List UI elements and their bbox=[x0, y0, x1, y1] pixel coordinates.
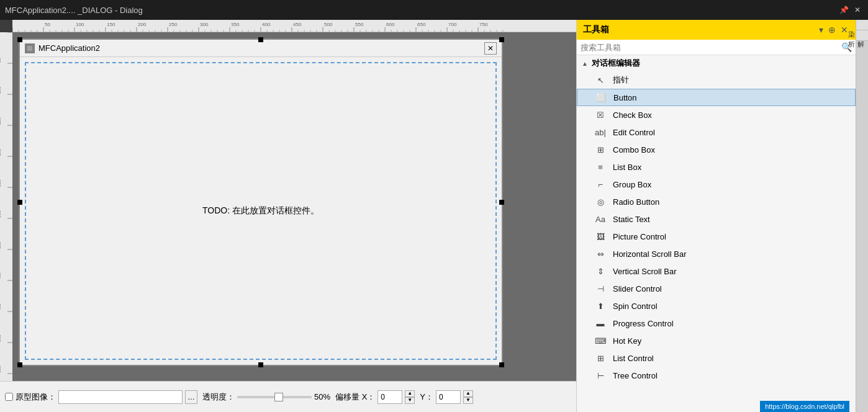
svg-text:200: 200 bbox=[138, 22, 147, 27]
editor-area: 5010015020025030035040045050055060065070… bbox=[0, 20, 576, 381]
prototype-browse-btn[interactable]: … bbox=[185, 390, 197, 404]
svg-text:350: 350 bbox=[231, 22, 240, 27]
toolbox-list[interactable]: ▲ 对话框编辑器 ↖指针⬜Button☒Check Boxab|Edit Con… bbox=[577, 55, 856, 412]
prototype-label: 原型图像： bbox=[16, 392, 56, 403]
toolbox-item-picture-control[interactable]: 🖼Picture Control bbox=[577, 228, 856, 245]
toolbox-category-header[interactable]: ▲ 对话框编辑器 bbox=[577, 55, 856, 71]
toolbox-panel: 工具箱 ▾ ⊕ ✕ 🔍 ▲ 对话框编辑器 ↖指针⬜Button☒Check Bo… bbox=[576, 20, 856, 412]
transparency-slider[interactable] bbox=[237, 396, 312, 398]
handle-tc[interactable] bbox=[258, 37, 263, 42]
toolbox-dropdown-btn[interactable]: ▾ bbox=[818, 25, 825, 35]
transparency-value: 50% bbox=[314, 392, 330, 401]
svg-text:500: 500 bbox=[324, 22, 333, 27]
toolbox-item-hot-key[interactable]: ⌨Hot Key bbox=[577, 332, 856, 349]
svg-text:300: 300 bbox=[0, 210, 1, 218]
handle-bc[interactable] bbox=[258, 362, 263, 367]
toolbox-search-bar: 🔍 bbox=[577, 40, 856, 55]
svg-text:550: 550 bbox=[0, 365, 1, 373]
toolbox-item-horizontal-scroll[interactable]: ⇔Horizontal Scroll Bar bbox=[577, 245, 856, 262]
handle-tr[interactable] bbox=[499, 37, 504, 42]
offset-y-input[interactable] bbox=[436, 390, 461, 404]
toolbox-item-combo-box[interactable]: ⊞Combo Box bbox=[577, 141, 856, 158]
app-icon-svg bbox=[26, 45, 34, 52]
prototype-image-group: 原型图像： … bbox=[5, 390, 197, 404]
mfc-dialog-title-bar[interactable]: MFCApplication2 ✕ bbox=[20, 40, 502, 57]
offset-y-spinner: ▲ ▼ bbox=[463, 390, 473, 404]
offset-y-group: Y： ▲ ▼ bbox=[420, 390, 473, 404]
offset-x-input[interactable] bbox=[377, 390, 402, 404]
toolbox-item-button[interactable]: ⬜Button bbox=[577, 89, 856, 106]
title-bar-actions: 📌 ✕ bbox=[838, 4, 863, 16]
toolbox-item-label-combo-box: Combo Box bbox=[613, 145, 655, 154]
svg-text:250: 250 bbox=[0, 179, 1, 187]
svg-text:450: 450 bbox=[293, 22, 302, 27]
toolbox-item-icon-tree-control: ⊢ bbox=[594, 369, 607, 382]
toolbox-item-static-text[interactable]: AaStatic Text bbox=[577, 210, 856, 228]
svg-text:400: 400 bbox=[0, 272, 1, 280]
offset-x-down[interactable]: ▼ bbox=[405, 397, 415, 404]
mfc-dialog-content[interactable]: TODO: 在此放置对话框控件。 bbox=[25, 62, 497, 360]
toolbox-item-label-group-box: Group Box bbox=[613, 180, 651, 189]
pin-button[interactable]: 📌 bbox=[838, 4, 849, 16]
dialog-container[interactable]: MFCApplication2 ✕ TODO: 在此放置对话框控件。 bbox=[12, 32, 576, 381]
toolbox-item-label-radio-button: Radio Button bbox=[613, 197, 659, 207]
toolbox-item-icon-checkbox: ☒ bbox=[594, 109, 607, 121]
svg-text:100: 100 bbox=[76, 22, 84, 27]
offset-x-up[interactable]: ▲ bbox=[405, 390, 415, 397]
toolbox-item-pointer[interactable]: ↖指针 bbox=[577, 71, 856, 89]
right-tab-1[interactable]: 解析 bbox=[856, 30, 868, 41]
svg-text:500: 500 bbox=[0, 334, 1, 342]
ruler-svg: 5010015020025030035040045050055060065070… bbox=[12, 20, 576, 32]
mfc-dialog-close-btn[interactable]: ✕ bbox=[484, 42, 497, 55]
search-button[interactable]: 🔍 bbox=[841, 42, 852, 52]
svg-text:50: 50 bbox=[0, 58, 1, 63]
toolbox-pin-btn[interactable]: ⊕ bbox=[827, 25, 837, 35]
main-content: 5010015020025030035040045050055060065070… bbox=[0, 20, 868, 412]
toolbox-item-icon-group-box: ⌐ bbox=[594, 178, 607, 190]
offset-y-down[interactable]: ▼ bbox=[463, 397, 473, 404]
handle-ml[interactable] bbox=[17, 200, 22, 205]
toolbox-item-label-spin-control: Spin Control bbox=[613, 302, 658, 311]
svg-text:750: 750 bbox=[479, 22, 488, 27]
toolbox-search-input[interactable] bbox=[581, 43, 839, 52]
offset-x-group: 偏移量 X： ▲ ▼ bbox=[335, 390, 415, 404]
toolbox-item-checkbox[interactable]: ☒Check Box bbox=[577, 106, 856, 123]
toolbox-item-list-box[interactable]: ≡List Box bbox=[577, 158, 856, 176]
toolbox-item-list-control[interactable]: ⊞List Control bbox=[577, 349, 856, 367]
offset-x-spinner: ▲ ▼ bbox=[405, 390, 415, 404]
toolbox-item-spin-control[interactable]: ⬆Spin Control bbox=[577, 297, 856, 315]
transparency-label: 透明度： bbox=[202, 392, 235, 403]
toolbox-item-label-list-control: List Control bbox=[613, 354, 654, 363]
toolbox-item-group-box[interactable]: ⌐Group Box bbox=[577, 176, 856, 193]
handle-mr[interactable] bbox=[499, 200, 504, 205]
toolbox-item-icon-combo-box: ⊞ bbox=[594, 143, 607, 156]
svg-text:150: 150 bbox=[107, 22, 115, 27]
toolbox-item-radio-button[interactable]: ◎Radio Button bbox=[577, 193, 856, 210]
toolbox-item-label-tree-control: Tree Control bbox=[613, 371, 658, 380]
offset-y-up[interactable]: ▲ bbox=[463, 390, 473, 397]
prototype-checkbox[interactable] bbox=[5, 393, 13, 401]
title-bar: MFCApplication2.... _DIALOG - Dialog 📌 ✕ bbox=[0, 0, 868, 20]
editor-panel: 5010015020025030035040045050055060065070… bbox=[0, 20, 576, 412]
toolbox-item-slider-control[interactable]: ⊣Slider Control bbox=[577, 280, 856, 297]
dialog-todo-text: TODO: 在此放置对话框控件。 bbox=[202, 205, 319, 217]
right-tab-0[interactable]: 渲染 bbox=[856, 20, 868, 30]
offset-y-label: Y： bbox=[420, 392, 433, 403]
toolbox-item-label-edit-control: Edit Control bbox=[613, 128, 655, 137]
toolbox-close-btn[interactable]: ✕ bbox=[839, 25, 849, 35]
toolbox-item-icon-spin-control: ⬆ bbox=[594, 300, 607, 312]
toolbox-title: 工具箱 bbox=[583, 24, 609, 35]
toolbox-item-progress-control[interactable]: ▬Progress Control bbox=[577, 315, 856, 332]
transparency-group: 透明度： 50% bbox=[202, 392, 330, 403]
svg-text:550: 550 bbox=[355, 22, 364, 27]
toolbox-item-tree-control[interactable]: ⊢Tree Control bbox=[577, 367, 856, 384]
handle-tl[interactable] bbox=[17, 37, 22, 42]
prototype-input[interactable] bbox=[58, 390, 183, 404]
handle-bl[interactable] bbox=[17, 362, 22, 367]
slider-thumb[interactable] bbox=[274, 393, 283, 401]
close-button[interactable]: ✕ bbox=[852, 4, 863, 16]
svg-text:150: 150 bbox=[0, 117, 1, 125]
handle-br[interactable] bbox=[499, 362, 504, 367]
toolbox-item-edit-control[interactable]: ab|Edit Control bbox=[577, 123, 856, 141]
toolbox-item-vertical-scroll[interactable]: ⇕Vertical Scroll Bar bbox=[577, 262, 856, 280]
